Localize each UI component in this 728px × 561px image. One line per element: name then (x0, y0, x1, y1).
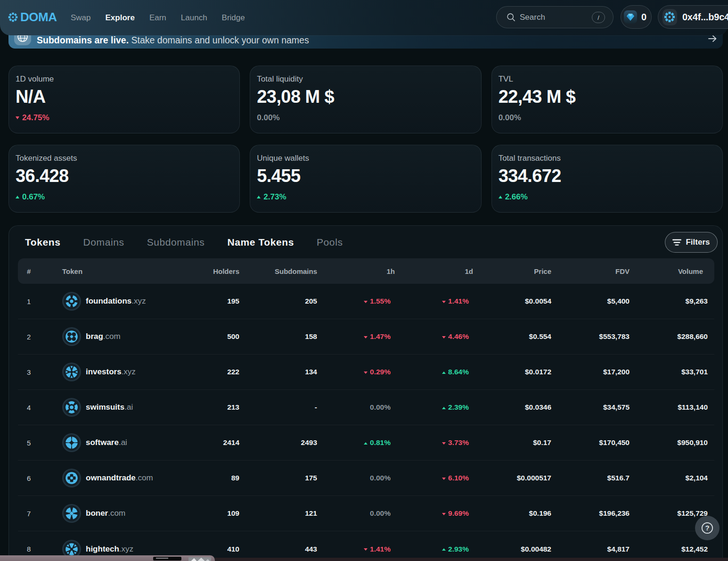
svg-text:?: ? (705, 524, 709, 532)
